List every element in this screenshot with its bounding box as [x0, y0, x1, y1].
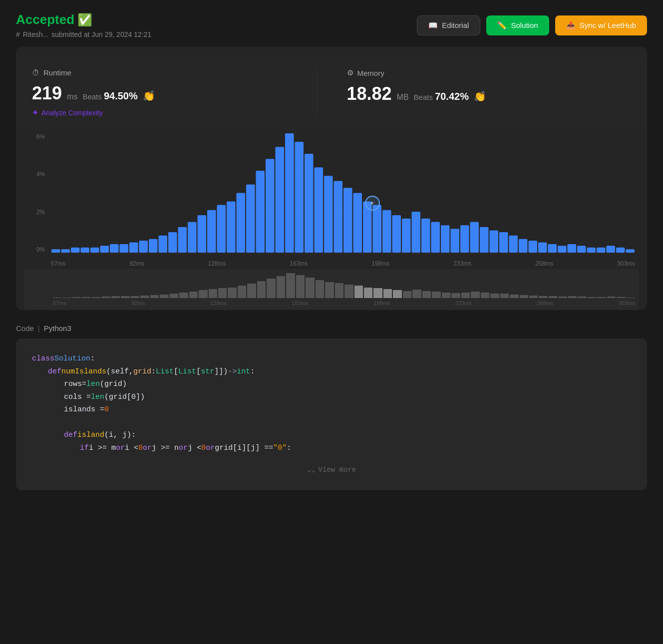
code-line-2: def numIslands(self, grid: List[List[str… — [32, 365, 631, 378]
svg-rect-53 — [567, 244, 576, 253]
svg-rect-28 — [324, 176, 333, 253]
svg-rect-39 — [431, 222, 440, 253]
svg-rect-18 — [227, 202, 236, 253]
svg-rect-49 — [528, 241, 537, 253]
code-block: class Solution: def numIslands(self, gri… — [16, 338, 647, 490]
memory-value: 18.82 — [347, 83, 392, 104]
x-label-198: 198ms — [371, 260, 389, 267]
svg-rect-36 — [402, 219, 411, 253]
svg-rect-31 — [353, 193, 362, 253]
mini-x-198: 198ms — [373, 300, 390, 306]
svg-rect-44 — [480, 227, 489, 253]
mini-x-268: 268ms — [537, 300, 553, 306]
svg-rect-0 — [51, 249, 60, 253]
memory-unit: MB — [397, 93, 409, 102]
accepted-label: Accepted ✅ — [16, 12, 151, 27]
x-label-92: 92ms — [129, 260, 144, 267]
svg-rect-58 — [616, 248, 625, 253]
x-label-128: 128ms — [208, 260, 226, 267]
y-label-6: 6% — [36, 133, 45, 140]
svg-rect-25 — [295, 142, 304, 253]
y-label-2: 2% — [36, 209, 45, 216]
svg-rect-42 — [460, 225, 469, 253]
svg-rect-26 — [305, 154, 314, 253]
x-label-163: 163ms — [290, 260, 308, 267]
gear-icon: ⚙ — [347, 68, 353, 77]
svg-rect-22 — [266, 159, 275, 253]
svg-rect-9 — [139, 241, 148, 253]
svg-rect-12 — [168, 232, 177, 253]
svg-rect-41 — [450, 229, 459, 253]
hands-emoji-runtime: 👏 — [143, 90, 155, 102]
svg-rect-47 — [509, 236, 518, 253]
editorial-button[interactable]: 📖 Editorial — [417, 15, 480, 35]
svg-rect-37 — [411, 212, 420, 253]
svg-rect-23 — [275, 147, 284, 253]
svg-rect-15 — [197, 215, 206, 253]
code-label: Code — [16, 324, 34, 332]
clock-icon: ⏱ — [32, 68, 39, 77]
svg-rect-56 — [597, 248, 606, 253]
x-label-57: 57ms — [51, 260, 65, 267]
runtime-unit: ms — [67, 92, 77, 101]
check-icon: ✅ — [77, 13, 92, 27]
runtime-value: 219 — [32, 83, 62, 104]
svg-rect-2 — [71, 248, 80, 253]
submitted-info: # Ritesh... submitted at Jun 29, 2024 12… — [16, 30, 151, 38]
code-header: Code | Python3 — [16, 324, 647, 332]
svg-rect-51 — [548, 244, 557, 253]
view-more-button[interactable]: ⌄⌄ View more — [32, 464, 631, 476]
header-buttons: 📖 Editorial ✏️ Solution 📤 Sync w/ LeetHu… — [417, 15, 647, 35]
accepted-text: Accepted — [16, 12, 74, 27]
code-line-4: cols = len(grid[0]) — [32, 391, 631, 404]
user-marker: # — [365, 196, 380, 211]
svg-rect-59 — [626, 249, 635, 253]
svg-rect-55 — [587, 248, 596, 253]
x-label-233: 233ms — [453, 260, 471, 267]
hash-icon: # — [16, 30, 20, 38]
svg-rect-1 — [61, 249, 70, 253]
code-line-7: def island(i, j): — [32, 429, 631, 442]
runtime-title: ⏱ Runtime — [32, 68, 307, 77]
svg-rect-27 — [314, 167, 323, 253]
accepted-section: Accepted ✅ # Ritesh... submitted at Jun … — [16, 12, 151, 38]
svg-rect-24 — [285, 133, 294, 253]
memory-title: ⚙ Memory — [347, 68, 622, 77]
y-label-0: 0% — [36, 246, 45, 253]
svg-rect-3 — [80, 248, 89, 253]
svg-rect-34 — [382, 210, 391, 253]
svg-rect-54 — [577, 246, 586, 253]
svg-rect-57 — [606, 246, 615, 253]
page-header: Accepted ✅ # Ritesh... submitted at Jun … — [16, 12, 647, 38]
memory-beats-label: Beats 70.42% — [414, 91, 469, 102]
chevron-down-icon: ⌄⌄ — [307, 464, 316, 476]
code-separator: | — [38, 324, 40, 332]
svg-rect-29 — [333, 181, 342, 253]
memory-card: ⚙ Memory 18.82 MB Beats 70.42% 👏 — [327, 68, 632, 117]
mini-x-303: 303ms — [619, 300, 635, 306]
share-icon: 📤 — [566, 21, 576, 30]
memory-main: 18.82 MB Beats 70.42% 👏 — [347, 83, 622, 104]
solution-button[interactable]: ✏️ Solution — [486, 15, 549, 35]
svg-rect-16 — [207, 210, 216, 253]
mini-x-163: 163ms — [292, 300, 309, 306]
svg-rect-4 — [90, 248, 99, 253]
x-label-268: 268ms — [535, 260, 553, 267]
svg-rect-11 — [158, 236, 167, 253]
analyze-complexity-button[interactable]: ✦ Analyze Complexity — [32, 108, 307, 117]
runtime-main: 219 ms Beats 94.50% 👏 — [32, 83, 307, 104]
code-line-8: if i >= m or i < 0 or j >= n or j < 0 or… — [32, 442, 631, 455]
svg-rect-52 — [558, 246, 567, 253]
svg-rect-43 — [470, 222, 479, 253]
svg-rect-21 — [256, 171, 265, 253]
svg-rect-48 — [519, 239, 528, 253]
svg-rect-7 — [119, 244, 128, 253]
svg-rect-17 — [217, 205, 226, 253]
svg-rect-35 — [392, 215, 401, 253]
svg-rect-38 — [421, 219, 430, 253]
runtime-beats-label: Beats 94.50% — [82, 90, 137, 102]
svg-rect-10 — [149, 239, 158, 253]
y-label-4: 4% — [36, 171, 45, 178]
leethub-button[interactable]: 📤 Sync w/ LeetHub — [555, 15, 647, 35]
svg-rect-8 — [129, 243, 138, 253]
